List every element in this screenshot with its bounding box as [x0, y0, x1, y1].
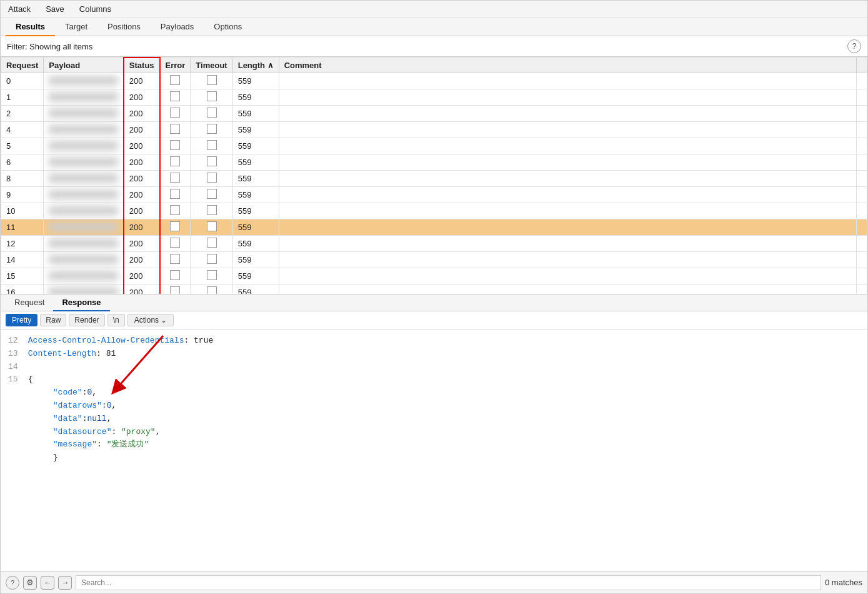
btn-newline[interactable]: \n: [107, 314, 125, 326]
cell-error: [160, 106, 191, 122]
table-row[interactable]: 16████████████200559: [1, 284, 867, 295]
cell-timeout: [191, 219, 232, 236]
table-row[interactable]: 4████████████200559: [1, 122, 867, 138]
menu-attack[interactable]: Attack: [6, 3, 33, 15]
cell-comment: [279, 236, 856, 252]
cell-payload: ████████████: [44, 252, 124, 268]
col-length[interactable]: Length ∧: [232, 58, 279, 73]
line-num-15: 15: [8, 373, 23, 386]
table-row[interactable]: 1████████████200559: [1, 89, 867, 106]
cell-error: [160, 122, 191, 138]
code-line-datarows: "datarows":0,: [8, 400, 860, 413]
json-val-datasource: "proxy": [121, 427, 156, 436]
col-comment[interactable]: Comment: [279, 58, 856, 73]
cell-error: [160, 268, 191, 284]
cell-comment: [279, 154, 856, 171]
cell-error: [160, 252, 191, 268]
table-row[interactable]: 9████████████200559: [1, 187, 867, 203]
menu-save[interactable]: Save: [43, 3, 67, 15]
cell-status: 200: [124, 154, 160, 171]
cell-request: 4: [1, 122, 44, 138]
menu-bar: Attack Save Columns: [1, 1, 867, 18]
search-input[interactable]: [76, 575, 821, 590]
help-icon-btn[interactable]: ?: [6, 576, 19, 590]
cell-request: 8: [1, 171, 44, 187]
help-button[interactable]: ?: [847, 39, 861, 53]
col-timeout[interactable]: Timeout: [191, 58, 232, 73]
filter-bar: Filter: Showing all items ?: [1, 36, 867, 57]
cell-payload: ████████████: [44, 106, 124, 122]
col-status[interactable]: Status: [124, 58, 160, 73]
cell-extra: [857, 252, 867, 268]
tab-results[interactable]: Results: [6, 18, 55, 36]
table-row[interactable]: 10████████████200559: [1, 203, 867, 219]
cell-extra: [857, 268, 867, 284]
json-key-code: "code": [53, 388, 82, 397]
actions-chevron-icon: ⌄: [161, 316, 167, 325]
cell-comment: [279, 73, 856, 89]
cell-extra: [857, 236, 867, 252]
panel-tab-response[interactable]: Response: [53, 294, 109, 311]
table-row[interactable]: 12████████████200559: [1, 236, 867, 252]
panel-tab-request[interactable]: Request: [6, 294, 53, 311]
results-table-area: Request Payload Status Error Timeout Len…: [1, 57, 867, 294]
cell-payload: ████████████: [44, 203, 124, 219]
code-line-message: "message": "发送成功": [8, 438, 860, 451]
table-row[interactable]: 6████████████200559: [1, 154, 867, 171]
line-num-blank5: [33, 438, 48, 451]
tab-target[interactable]: Target: [55, 18, 97, 36]
code-line-12: 12 Access-Control-Allow-Credentials: tru…: [8, 335, 860, 348]
btn-raw[interactable]: Raw: [40, 314, 66, 326]
table-row[interactable]: 8████████████200559: [1, 171, 867, 187]
cell-status: 200: [124, 187, 160, 203]
table-row[interactable]: 15████████████200559: [1, 268, 867, 284]
btn-pretty[interactable]: Pretty: [6, 314, 37, 326]
cell-extra: [857, 203, 867, 219]
cell-request: 5: [1, 138, 44, 154]
cell-extra: [857, 122, 867, 138]
cell-payload: ████████████: [44, 219, 124, 236]
tab-positions[interactable]: Positions: [97, 18, 151, 36]
col-request[interactable]: Request: [1, 58, 44, 73]
cell-payload: ████████████: [44, 284, 124, 295]
cell-payload: ████████████: [44, 138, 124, 154]
json-key-data: "data": [53, 414, 82, 423]
gear-icon-btn[interactable]: ⚙: [23, 576, 37, 590]
cell-length: 559: [232, 122, 279, 138]
cell-timeout: [191, 106, 232, 122]
forward-btn[interactable]: →: [58, 576, 72, 590]
cell-timeout: [191, 203, 232, 219]
cell-comment: [279, 252, 856, 268]
cell-extra: [857, 138, 867, 154]
col-error[interactable]: Error: [160, 58, 191, 73]
cell-status: 200: [124, 138, 160, 154]
cell-payload: ████████████: [44, 89, 124, 106]
cell-status: 200: [124, 203, 160, 219]
tab-options[interactable]: Options: [204, 18, 252, 36]
btn-actions[interactable]: Actions ⌄: [127, 314, 174, 326]
table-row[interactable]: 11████████████200559: [1, 219, 867, 236]
cell-timeout: [191, 89, 232, 106]
header-key-12: Access-Control-Allow-Credentials: [28, 336, 184, 345]
cell-request: 12: [1, 236, 44, 252]
cell-status: 200: [124, 171, 160, 187]
table-row[interactable]: 2████████████200559: [1, 106, 867, 122]
col-payload[interactable]: Payload: [44, 58, 124, 73]
menu-columns[interactable]: Columns: [77, 3, 114, 15]
cell-status: 200: [124, 268, 160, 284]
cell-error: [160, 187, 191, 203]
table-row[interactable]: 0████████████200559: [1, 73, 867, 89]
back-btn[interactable]: ←: [41, 576, 54, 590]
table-row[interactable]: 5████████████200559: [1, 138, 867, 154]
cell-error: [160, 236, 191, 252]
cell-status: 200: [124, 252, 160, 268]
tab-payloads[interactable]: Payloads: [151, 18, 204, 36]
cell-error: [160, 284, 191, 295]
cell-status: 200: [124, 236, 160, 252]
table-row[interactable]: 14████████████200559: [1, 252, 867, 268]
line-num-14: 14: [8, 361, 23, 374]
code-line-13: 13 Content-Length: 81: [8, 348, 860, 361]
cell-extra: [857, 154, 867, 171]
code-line-datasource: "datasource": "proxy",: [8, 426, 860, 439]
btn-render[interactable]: Render: [69, 314, 104, 326]
